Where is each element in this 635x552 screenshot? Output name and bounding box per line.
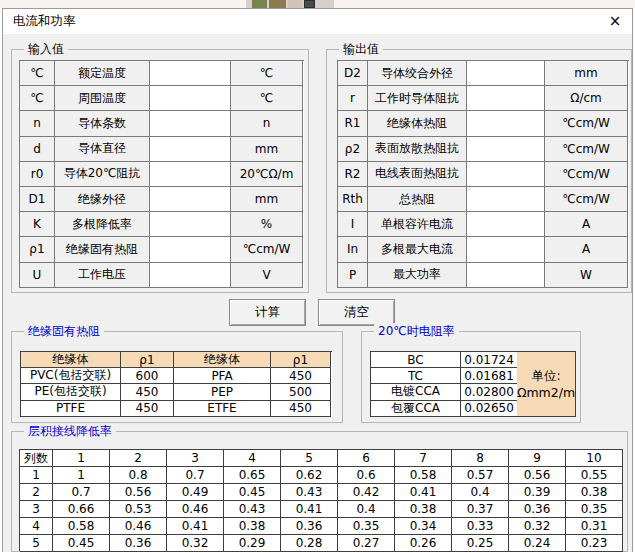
symbol-cell: P <box>338 263 368 288</box>
symbol-cell: n <box>20 111 55 136</box>
table-cell: 2 <box>110 450 167 467</box>
table-cell: 0.46 <box>167 501 224 518</box>
output-field <box>467 162 545 187</box>
table-cell: 0.34 <box>395 518 452 535</box>
calculate-button[interactable]: 计算 <box>229 299 306 326</box>
table-cell: 0.49 <box>167 484 224 501</box>
close-button[interactable]: × <box>604 11 626 32</box>
thumbnail-image <box>304 0 315 8</box>
unit-note: 单位: Ωmm2/m <box>517 351 576 417</box>
table-cell: 电镀CCA <box>371 384 461 400</box>
unit-cell: Ω/cm <box>545 86 628 111</box>
clear-button[interactable]: 清空 <box>318 299 395 326</box>
input-field[interactable] <box>150 263 231 288</box>
input-field[interactable] <box>150 212 231 237</box>
table-cell: 列数 <box>20 450 53 467</box>
input-field[interactable] <box>150 86 231 111</box>
table-cell: 0.02650 <box>461 401 518 417</box>
table-cell: 0.28 <box>281 535 338 552</box>
input-field[interactable] <box>150 162 231 187</box>
table-cell: 0.41 <box>281 501 338 518</box>
table-cell: 8 <box>452 450 509 467</box>
table-cell: BC <box>371 352 461 368</box>
table-cell: 450 <box>271 368 331 384</box>
table-cell: 0.36 <box>110 535 167 552</box>
unit-note-value: Ωmm2/m <box>517 384 575 402</box>
output-field <box>467 61 545 86</box>
table-cell: 0.26 <box>395 535 452 552</box>
table-cell: 0.65 <box>224 467 281 484</box>
table-cell: 7 <box>395 450 452 467</box>
thermal-resistance-table: 绝缘体 ρ1 绝缘体 ρ1 PVC(包括交联) 600 PFA 450 PE(包… <box>20 351 332 417</box>
table-cell: 0.66 <box>53 501 110 518</box>
title-bar: 电流和功率 × <box>3 9 632 34</box>
table-cell: 0.7 <box>167 467 224 484</box>
label-cell: 绝缘体热阻 <box>368 111 467 136</box>
label-cell: 表面放散热阻抗 <box>368 137 467 162</box>
table-cell: ETFE <box>174 401 271 417</box>
output-values-group: 输出值 D2 导体绞合外径 mm r 工作时导体阻抗 Ω/cm R1 绝缘体热阻 <box>326 49 632 293</box>
label-cell: 周围温度 <box>55 86 150 111</box>
symbol-cell: ρ1 <box>20 237 55 262</box>
dialog-current-and-power: 电流和功率 × 输入值 ℃ 额定温度 ℃ ℃ 周围温度 ℃ <box>2 8 633 552</box>
symbol-cell: In <box>338 237 368 262</box>
label-cell: 单根容许电流 <box>368 212 467 237</box>
table-cell: 2 <box>20 484 53 501</box>
table-cell: 3 <box>20 501 53 518</box>
symbol-cell: d <box>20 137 55 162</box>
symbol-cell: R2 <box>338 162 368 187</box>
table-cell: 0.56 <box>110 484 167 501</box>
symbol-cell: I <box>338 212 368 237</box>
table-cell: 0.57 <box>452 467 509 484</box>
table-cell: 3 <box>167 450 224 467</box>
table-cell: 绝缘体 <box>174 352 271 368</box>
thumbnail-image <box>252 0 267 8</box>
label-cell: 导体直径 <box>55 137 150 162</box>
table-cell: PE(包括交联) <box>21 384 121 400</box>
unit-cell: mm <box>545 61 628 86</box>
input-field[interactable] <box>150 111 231 136</box>
symbol-cell: Rth <box>338 187 368 212</box>
input-field[interactable] <box>150 187 231 212</box>
resistivity-table: BC 0.01724 TC 0.01681 电镀CCA 0.02800 包覆CC… <box>370 351 518 417</box>
table-cell: 0.37 <box>452 501 509 518</box>
table-cell: 450 <box>271 401 331 417</box>
unit-cell: mm <box>231 187 303 212</box>
unit-cell: ℃cm/W <box>545 111 628 136</box>
output-field <box>467 212 545 237</box>
table-cell: 0.25 <box>452 535 509 552</box>
input-field[interactable] <box>150 61 231 86</box>
symbol-cell: D2 <box>338 61 368 86</box>
symbol-cell: D1 <box>20 187 55 212</box>
table-cell: 1 <box>20 467 53 484</box>
table-cell: 0.41 <box>167 518 224 535</box>
table-cell: 绝缘体 <box>21 352 121 368</box>
table-cell: 0.23 <box>566 535 623 552</box>
table-cell: 0.42 <box>338 484 395 501</box>
input-values-group: 输入值 ℃ 额定温度 ℃ ℃ 周围温度 ℃ n 导体条数 n <box>11 49 309 293</box>
table-cell: 0.8 <box>110 467 167 484</box>
table-cell: 0.38 <box>566 484 623 501</box>
symbol-cell: R1 <box>338 111 368 136</box>
table-cell: PEP <box>174 384 271 400</box>
table-cell: 0.4 <box>452 484 509 501</box>
unit-cell: ℃cm/W <box>545 137 628 162</box>
table-cell: 0.58 <box>53 518 110 535</box>
output-field <box>467 86 545 111</box>
input-field[interactable] <box>150 137 231 162</box>
background-thumbnails <box>246 0 334 8</box>
table-cell: TC <box>371 368 461 384</box>
label-cell: 绝缘外径 <box>55 187 150 212</box>
table-cell: 0.01724 <box>461 352 518 368</box>
input-field[interactable] <box>150 237 231 262</box>
table-cell: ρ1 <box>271 352 331 368</box>
table-cell: 450 <box>121 384 174 400</box>
screen: 电流和功率 × 输入值 ℃ 额定温度 ℃ ℃ 周围温度 ℃ <box>0 0 635 552</box>
unit-cell: ℃cm/W <box>545 162 628 187</box>
window-title: 电流和功率 <box>3 13 76 30</box>
table-cell: 0.38 <box>224 518 281 535</box>
table-cell: 500 <box>271 384 331 400</box>
derating-group: 层积接线降低率 列数 1 2 3 4 5 6 7 <box>11 431 628 552</box>
resistivity-group-title: 20℃时电阻率 <box>374 323 459 340</box>
symbol-cell: r0 <box>20 162 55 187</box>
